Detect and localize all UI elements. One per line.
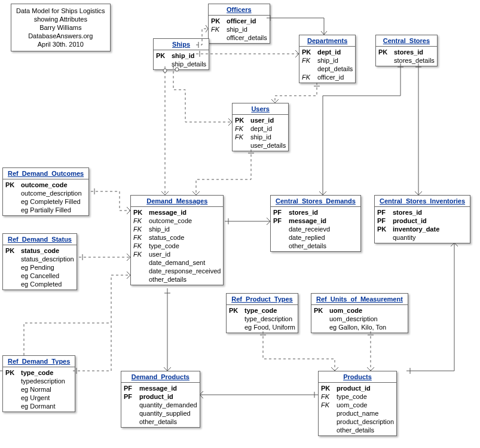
entity-attribute-row: type_description: [227, 315, 298, 323]
key-indicator: FK: [302, 73, 316, 81]
entity-attribute-row: eg Dormant: [3, 402, 75, 410]
entity-attribute-row: FKstatus_code: [131, 233, 223, 242]
entity-body: PKstores_idstores_details: [376, 47, 437, 66]
entity-attribute-row: quantity_supplied: [121, 409, 200, 417]
attribute-name: date_demand_sent: [148, 258, 205, 267]
entity-body: PKship_idship_details: [154, 50, 209, 69]
entity-attribute-row: PKuser_id: [233, 116, 288, 124]
attribute-name: eg Partially Filled: [20, 206, 71, 214]
attribute-name: user_id: [249, 116, 274, 124]
entity-attribute-row: eg Gallon, Kilo, Ton: [311, 323, 408, 331]
attribute-name: product_id: [138, 392, 173, 401]
key-indicator: PK: [211, 17, 225, 25]
key-indicator: [124, 401, 138, 409]
attribute-name: outcome_code: [148, 217, 192, 225]
entity-attribute-row: FKtype_code: [131, 242, 223, 250]
key-indicator: PK: [314, 306, 328, 315]
entity-attribute-row: date_receievd: [271, 225, 360, 233]
info-line: showing Attributes: [16, 15, 105, 23]
key-indicator: FK: [302, 56, 316, 65]
entity-attribute-row: eg Food, Uniform: [227, 323, 298, 331]
attribute-name: eg Pending: [20, 263, 54, 272]
entity-attribute-row: PKtype_code: [227, 306, 298, 315]
entity-body: PKmessage_idFKoutcome_codeFKship_idFKsta…: [131, 207, 223, 285]
key-indicator: [5, 280, 20, 288]
key-indicator: FK: [133, 225, 148, 233]
entity-body: PFstores_idPFmessage_iddate_receievddate…: [271, 207, 360, 251]
key-indicator: [5, 197, 20, 206]
key-indicator: [124, 409, 138, 417]
attribute-name: type_description: [243, 315, 292, 323]
entity-attribute-row: PFstores_id: [375, 208, 470, 217]
entity-body: PFstores_idPFproduct_idPKinventory_dateq…: [375, 207, 470, 243]
attribute-name: ship_details: [170, 60, 206, 68]
attribute-name: user_details: [249, 141, 286, 150]
attribute-name: eg Cancelled: [20, 272, 59, 280]
key-indicator: [5, 385, 20, 394]
key-indicator: [273, 233, 288, 242]
key-indicator: [5, 255, 20, 263]
attribute-name: inventory_date: [392, 225, 439, 233]
key-indicator: [229, 323, 243, 331]
key-indicator: FK: [133, 233, 148, 242]
entity-central-stores-demands: Central_Stores_DemandsPFstores_idPFmessa…: [270, 195, 361, 252]
key-indicator: [5, 377, 20, 385]
entity-title: Officers: [209, 4, 270, 16]
entity-title: Ref_Product_Types: [227, 294, 298, 305]
attribute-name: eg Completely Filled: [20, 197, 81, 206]
info-line: DatabaseAnswers.org: [16, 32, 105, 40]
key-indicator: PK: [378, 48, 393, 56]
key-indicator: PF: [124, 384, 138, 392]
entity-body: PKtype_codetype_descriptioneg Food, Unif…: [227, 305, 298, 333]
attribute-name: ship_id: [170, 51, 195, 60]
key-indicator: PF: [377, 217, 392, 225]
entity-attribute-row: eg Urgent: [3, 394, 75, 402]
attribute-name: stores_id: [392, 208, 422, 217]
entity-title: Ref_Demand_Status: [3, 234, 77, 245]
entity-attribute-row: FKoutcome_code: [131, 217, 223, 225]
attribute-name: message_id: [138, 384, 177, 392]
entity-body: PKproduct_idFKtype_codeFKuom_codeproduct…: [319, 383, 396, 435]
attribute-name: ship_id: [225, 25, 247, 33]
key-indicator: FK: [321, 392, 335, 401]
attribute-name: other_details: [288, 242, 326, 250]
entity-attribute-row: outcome_description: [3, 189, 88, 197]
entity-attribute-row: user_details: [233, 141, 288, 150]
key-indicator: FK: [235, 133, 249, 141]
key-indicator: [5, 206, 20, 214]
entity-attribute-row: PFstores_id: [271, 208, 360, 217]
key-indicator: FK: [133, 242, 148, 250]
attribute-name: uom_description: [328, 315, 378, 323]
attribute-name: dept_id: [316, 48, 341, 56]
entity-ref-demand-status: Ref_Demand_StatusPKstatus_codestatus_des…: [2, 233, 77, 290]
attribute-name: stores_id: [288, 208, 318, 217]
key-indicator: PK: [133, 208, 148, 217]
key-indicator: [133, 258, 148, 267]
entity-attribute-row: PKmessage_id: [131, 208, 223, 217]
key-indicator: [321, 409, 335, 417]
entity-attribute-row: FKship_id: [131, 225, 223, 233]
key-indicator: [211, 33, 225, 42]
key-indicator: PF: [273, 208, 288, 217]
attribute-name: type_code: [243, 306, 277, 315]
key-indicator: [5, 189, 20, 197]
entity-ref-product-types: Ref_Product_TypesPKtype_codetype_descrip…: [226, 293, 298, 333]
attribute-name: eg Food, Uniform: [243, 323, 295, 331]
attribute-name: officer_id: [225, 17, 256, 25]
key-indicator: [273, 242, 288, 250]
entity-body: PKdept_idFKship_iddept_detailsFKofficer_…: [299, 47, 355, 83]
entity-attribute-row: other_details: [131, 275, 223, 284]
key-indicator: PK: [5, 181, 20, 189]
key-indicator: PK: [229, 306, 243, 315]
key-indicator: [273, 225, 288, 233]
attribute-name: product_description: [335, 417, 394, 426]
key-indicator: [235, 141, 249, 150]
entity-officers: OfficersPKofficer_idFKship_idofficer_det…: [208, 4, 270, 44]
entity-attribute-row: dept_details: [299, 65, 355, 73]
attribute-name: eg Normal: [20, 385, 51, 394]
entity-attribute-row: FKuom_code: [319, 401, 396, 409]
entity-attribute-row: PFmessage_id: [121, 384, 200, 392]
entity-attribute-row: other_details: [121, 417, 200, 426]
key-indicator: FK: [235, 124, 249, 133]
entity-title: Demand_Messages: [131, 196, 223, 207]
